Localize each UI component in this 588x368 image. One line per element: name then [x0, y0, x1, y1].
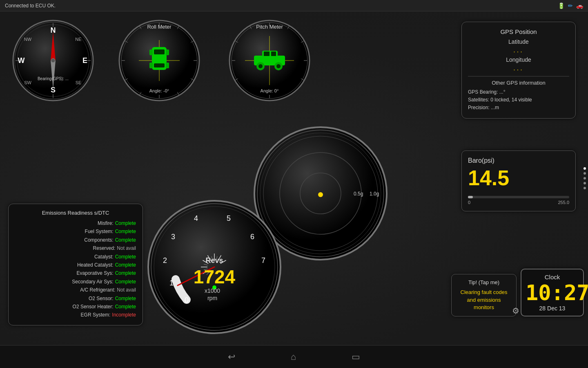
settings-icon[interactable]: ⚙	[512, 306, 519, 316]
gps-satellites: Satellites: 0 locked, 14 visible	[468, 96, 569, 104]
baro-bar-fill	[468, 196, 473, 198]
emissions-row: Fuel System:Complete	[15, 227, 136, 236]
gps-longitude-value: ...	[468, 65, 569, 72]
svg-rect-40	[166, 49, 169, 55]
emissions-key: Fuel System:	[85, 227, 114, 236]
roll-meter[interactable]: Roll Meter Angle: -0°	[118, 20, 200, 101]
svg-text:Angle: 0°: Angle: 0°	[261, 88, 279, 93]
svg-text:2: 2	[163, 256, 167, 265]
svg-rect-37	[154, 49, 165, 54]
svg-point-66	[276, 64, 281, 68]
clock-panel[interactable]: Clock 10:27 28 Dec 13	[521, 269, 584, 316]
svg-rect-42	[166, 63, 169, 68]
emissions-row: O2 Sensor Heater:Complete	[15, 303, 136, 311]
emissions-key: A/C Refrigerant:	[80, 286, 115, 294]
emissions-value: Complete	[115, 236, 136, 244]
emissions-value: Not avail	[117, 286, 136, 294]
side-dot-2	[584, 172, 586, 175]
pitch-meter[interactable]: Pitch Meter Angle: 0°	[229, 20, 310, 101]
gps-other-label: Other GPS information	[468, 80, 569, 86]
emissions-key: Components:	[84, 236, 113, 244]
svg-text:x1000: x1000	[205, 287, 220, 294]
gps-title: GPS Position	[468, 28, 569, 35]
main-content: N S W E NW NE SW SE Bearing(GPS): ...	[0, 11, 588, 345]
emissions-key: EGR System:	[81, 311, 111, 319]
gps-latitude-label: Latitude	[468, 38, 569, 45]
tip-title: Tip! (Tap me)	[457, 279, 511, 285]
gps-longitude-label: Longitude	[468, 56, 569, 63]
tip-panel[interactable]: Tip! (Tap me) Clearing fault codes and e…	[451, 274, 517, 316]
emissions-key: Secondary Air Sys:	[72, 278, 113, 286]
emissions-key: Reserved:	[93, 244, 116, 252]
emissions-key: O2 Sensor:	[89, 294, 114, 303]
recent-button[interactable]: ▭	[348, 348, 363, 366]
svg-text:SE: SE	[76, 80, 82, 85]
emissions-value: Complete	[115, 253, 136, 261]
roll-gauge: Roll Meter Angle: -0°	[118, 20, 200, 101]
svg-text:4: 4	[194, 214, 198, 222]
svg-rect-41	[149, 63, 153, 68]
emissions-key: Misfire:	[98, 219, 114, 227]
emissions-panel[interactable]: Emissions Readiness s/DTC Misfire:Comple…	[8, 204, 143, 325]
back-button[interactable]: ↩	[225, 348, 238, 366]
pencil-icon: ✏	[568, 2, 573, 9]
svg-text:NW: NW	[24, 37, 32, 42]
svg-rect-62	[271, 52, 276, 56]
emissions-key: O2 Sensor Heater:	[73, 303, 114, 311]
svg-text:NE: NE	[75, 37, 81, 42]
svg-text:SW: SW	[24, 80, 31, 85]
emissions-key: Catalyst:	[94, 253, 114, 261]
emissions-row: Reserved:Not avail	[15, 244, 136, 252]
gps-panel[interactable]: GPS Position Latitude ... Longitude ... …	[461, 22, 576, 119]
compass-gauge: N S W E NW NE SW SE Bearing(GPS): ...	[12, 20, 94, 101]
emissions-value: Incomplete	[112, 311, 136, 319]
baro-max: 255.0	[558, 200, 569, 205]
status-text: Connected to ECU OK.	[5, 3, 56, 9]
compass-widget[interactable]: N S W E NW NE SW SE Bearing(GPS): ...	[12, 20, 94, 101]
home-button[interactable]: ⌂	[287, 348, 299, 366]
status-icons: 🔋 ✏ 🚗	[558, 2, 583, 9]
side-dot-5	[584, 187, 586, 189]
baro-min: 0	[468, 200, 470, 205]
svg-text:Revs: Revs	[205, 256, 223, 265]
baro-title: Baro(psi)	[468, 157, 569, 164]
clock-date: 28 Dec 13	[526, 305, 579, 312]
gps-latitude-value: ...	[468, 47, 569, 54]
svg-text:3: 3	[171, 233, 175, 241]
baro-value: 14.5	[468, 166, 569, 190]
svg-rect-39	[149, 49, 153, 55]
svg-text:Bearing(GPS): ...: Bearing(GPS): ...	[38, 76, 69, 81]
emissions-row: Misfire:Complete	[15, 219, 136, 227]
emissions-row: EGR System:Incomplete	[15, 311, 136, 319]
rpm-gauge[interactable]: 0 1 2 3 4 5 6 7 Revs 1724 x1000 rpm	[147, 200, 282, 334]
emissions-value: Complete	[115, 294, 136, 303]
svg-rect-38	[154, 63, 165, 67]
battery-icon: 🔋	[558, 2, 565, 9]
emissions-key: Evaporative Sys:	[77, 269, 114, 277]
baro-panel[interactable]: Baro(psi) 14.5 0 255.0	[461, 150, 576, 211]
gps-bearing: GPS Bearing: ...°	[468, 88, 569, 96]
emissions-row: Evaporative Sys:Complete	[15, 269, 136, 277]
svg-text:0.5g: 0.5g	[354, 191, 363, 197]
rpm-svg: 0 1 2 3 4 5 6 7 Revs 1724 x1000 rpm	[147, 200, 282, 334]
car-icon: 🚗	[576, 2, 583, 9]
svg-text:Angle: -0°: Angle: -0°	[149, 88, 169, 93]
svg-text:W: W	[18, 56, 25, 65]
emissions-row: Secondary Air Sys:Complete	[15, 278, 136, 286]
svg-rect-61	[264, 52, 270, 56]
emissions-value: Complete	[115, 269, 136, 277]
emissions-value: Complete	[115, 261, 136, 269]
svg-point-64	[258, 64, 263, 68]
emissions-rows: Misfire:CompleteFuel System:CompleteComp…	[15, 219, 136, 319]
side-dots	[584, 167, 586, 189]
gps-other-info: Other GPS information GPS Bearing: ...° …	[468, 76, 569, 112]
emissions-key: Heated Catalyst:	[77, 261, 114, 269]
emissions-value: Complete	[115, 303, 136, 311]
baro-bar-labels: 0 255.0	[468, 200, 569, 205]
gps-precision: Precision: ...m	[468, 104, 569, 112]
clock-time: 10:27	[526, 282, 579, 303]
svg-point-76	[318, 192, 323, 197]
svg-text:rpm: rpm	[207, 295, 217, 301]
side-dot-4	[584, 182, 586, 184]
emissions-row: Catalyst:Complete	[15, 253, 136, 261]
